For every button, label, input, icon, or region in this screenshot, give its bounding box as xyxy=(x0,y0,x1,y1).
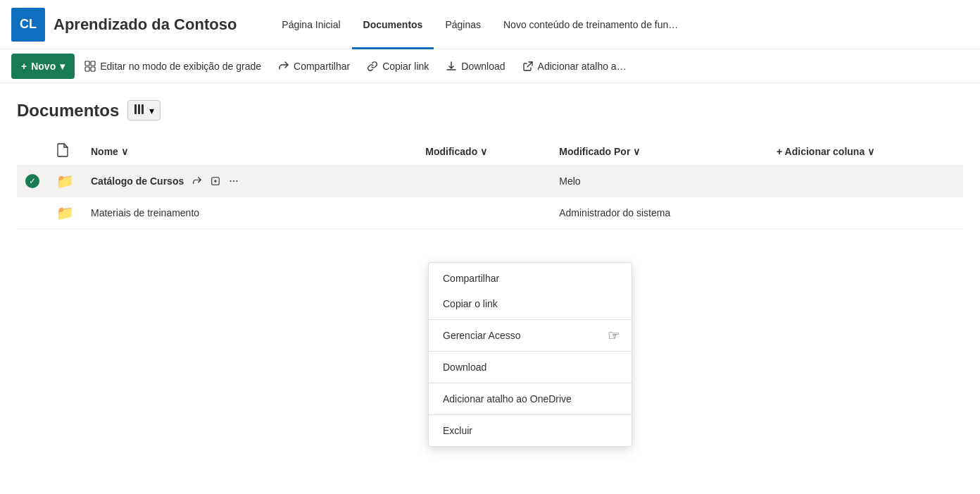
row2-name[interactable]: Materiais de treinamento xyxy=(82,197,417,229)
nav-item-pages[interactable]: Páginas xyxy=(434,0,492,49)
row2-extra xyxy=(768,197,963,229)
modified-sort-icon: ∨ xyxy=(480,146,487,157)
logo-area: CL Aprendizado da Contoso xyxy=(11,8,237,42)
add-column-chevron: ∨ xyxy=(867,146,874,157)
svg-rect-3 xyxy=(91,67,95,71)
th-modified[interactable]: Modificado ∨ xyxy=(417,137,551,166)
svg-rect-2 xyxy=(85,67,89,71)
grid-icon xyxy=(84,61,96,72)
table-row[interactable]: ✓ 📁 Catálogo de Cursos xyxy=(17,166,963,197)
svg-rect-5 xyxy=(138,104,140,114)
share-icon xyxy=(278,61,289,72)
plus-icon: + xyxy=(21,61,27,72)
row1-modified xyxy=(417,166,551,197)
th-checkbox xyxy=(17,137,48,166)
svg-point-9 xyxy=(233,180,234,182)
folder-icon: 📁 xyxy=(56,205,74,221)
new-button-label: Novo xyxy=(31,61,56,72)
view-bars-icon xyxy=(134,104,146,117)
folder-icon: 📁 xyxy=(56,173,74,189)
row1-file-icon: 📁 xyxy=(48,166,82,197)
copy-link-button[interactable]: Copiar link xyxy=(360,54,436,79)
view-chevron-icon: ▾ xyxy=(149,105,154,116)
row1-modified-by: Melo xyxy=(551,166,768,197)
main-content: Documentos ▾ xyxy=(0,83,980,229)
row1-checkbox[interactable]: ✓ xyxy=(17,166,48,197)
col-modified-label: Modificado xyxy=(425,146,477,157)
nav-item-home[interactable]: Página Inicial xyxy=(270,0,351,49)
th-modified-by[interactable]: Modificado Por ∨ xyxy=(551,137,768,166)
share-button[interactable]: Compartilhar xyxy=(271,54,357,79)
row1-name[interactable]: Catálogo de Cursos xyxy=(82,166,417,197)
row1-more-button[interactable] xyxy=(226,173,241,189)
download-icon xyxy=(446,61,457,72)
section-header: Documentos ▾ xyxy=(17,100,963,121)
row2-modified-by: Administrador do sistema xyxy=(551,197,768,229)
share-label: Compartilhar xyxy=(294,61,350,72)
svg-rect-4 xyxy=(134,104,137,114)
site-logo: CL xyxy=(11,8,45,42)
modified-by-sort-icon: ∨ xyxy=(633,146,640,157)
link-icon xyxy=(367,61,378,72)
svg-rect-1 xyxy=(91,61,95,66)
col-modified-by-label: Modificado Por xyxy=(559,146,630,157)
row2-name-text: Materiais de treinamento xyxy=(91,207,199,218)
new-button[interactable]: + Novo ▾ xyxy=(11,54,75,79)
download-label: Download xyxy=(461,61,505,72)
chevron-down-icon: ▾ xyxy=(60,61,65,72)
row2-modified xyxy=(417,197,551,229)
row1-move-button[interactable] xyxy=(208,173,223,189)
svg-point-10 xyxy=(237,180,238,182)
top-navigation: Página Inicial Documentos Páginas Novo c… xyxy=(270,0,969,49)
copy-link-label: Copiar link xyxy=(382,61,429,72)
edit-grid-label: Editar no modo de exibição de grade xyxy=(100,61,261,72)
row1-name-text: Catálogo de Cursos xyxy=(91,175,184,187)
name-sort-icon: ∨ xyxy=(121,146,128,157)
edit-grid-button[interactable]: Editar no modo de exibição de grade xyxy=(77,54,268,79)
svg-rect-0 xyxy=(85,61,89,66)
th-add-column[interactable]: + Adicionar coluna ∨ xyxy=(768,137,963,166)
row2-checkbox[interactable] xyxy=(17,197,48,229)
th-name[interactable]: Nome ∨ xyxy=(82,137,417,166)
nav-item-training[interactable]: Novo conteúdo de treinamento de fun… xyxy=(492,0,689,49)
th-file-icon xyxy=(48,137,82,166)
row1-extra xyxy=(768,166,963,197)
row1-share-button[interactable] xyxy=(189,173,205,189)
nav-item-documents[interactable]: Documentos xyxy=(352,0,434,49)
add-shortcut-button[interactable]: Adicionar atalho a… xyxy=(515,54,634,79)
shortcut-icon xyxy=(522,61,534,72)
top-nav: CL Aprendizado da Contoso Página Inicial… xyxy=(0,0,980,49)
view-toggle-button[interactable]: ▾ xyxy=(127,100,161,121)
command-bar: + Novo ▾ Editar no modo de exibição de g… xyxy=(0,49,980,83)
row1-actions xyxy=(189,173,241,189)
col-name-label: Nome xyxy=(91,146,118,157)
svg-point-8 xyxy=(230,180,232,182)
download-button[interactable]: Download xyxy=(439,54,512,79)
svg-rect-6 xyxy=(142,104,144,114)
check-circle-icon: ✓ xyxy=(25,174,39,188)
section-title: Documentos xyxy=(17,101,119,121)
table-row[interactable]: 📁 Materiais de treinamento Administrador… xyxy=(17,197,963,229)
site-title: Aprendizado da Contoso xyxy=(54,16,237,34)
row2-file-icon: 📁 xyxy=(48,197,82,229)
add-column-label: + Adicionar coluna xyxy=(777,146,865,157)
file-table: Nome ∨ Modificado ∨ Modificado Por ∨ xyxy=(17,137,963,229)
add-shortcut-label: Adicionar atalho a… xyxy=(538,61,627,72)
